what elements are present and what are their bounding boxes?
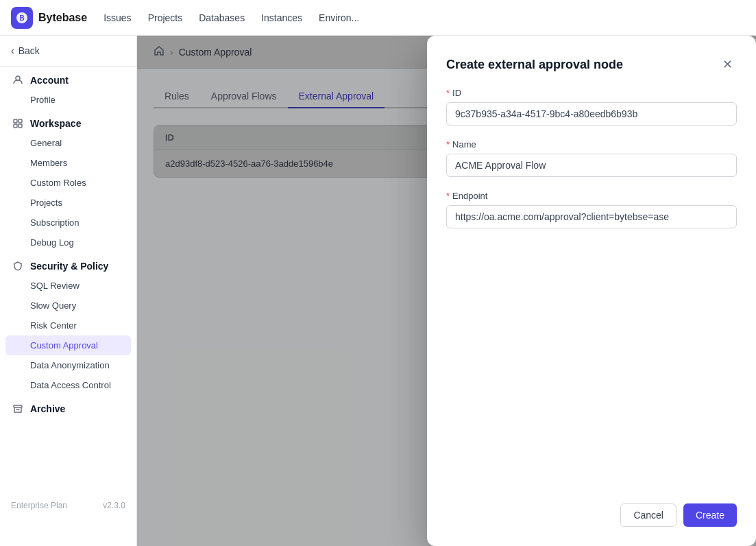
svg-rect-5 [14,124,17,128]
svg-rect-4 [19,119,22,123]
account-icon [11,73,25,87]
account-section[interactable]: Account [0,67,136,90]
id-field-input[interactable] [446,102,737,126]
back-chevron-icon: ‹ [11,45,14,56]
dialog-header: Create external approval node ✕ [446,55,737,74]
id-required-mark: * [446,88,450,98]
sidebar-item-risk-center[interactable]: Risk Center [0,316,136,335]
create-button[interactable]: Create [683,503,737,527]
sidebar-item-projects[interactable]: Projects [0,193,136,213]
modal-overlay: Create external approval node ✕ *ID *Nam… [137,36,756,546]
logo-icon: B [11,7,33,29]
topnav: B Bytebase Issues Projects Databases Ins… [0,0,756,36]
dialog-close-button[interactable]: ✕ [718,55,737,74]
endpoint-field-label: *Endpoint [446,191,737,201]
nav-instances[interactable]: Instances [261,10,302,26]
sidebar-item-general[interactable]: General [0,133,136,153]
id-field-group: *ID [446,88,737,126]
archive-section[interactable]: Archive [0,395,136,418]
name-required-mark: * [446,139,450,150]
archive-label: Archive [30,403,65,414]
endpoint-required-mark: * [446,191,450,201]
shield-icon [11,259,25,273]
back-label: Back [19,45,40,56]
sidebar-item-custom-approval[interactable]: Custom Approval [5,335,131,355]
svg-point-2 [16,76,20,80]
security-label: Security & Policy [30,261,108,272]
endpoint-field-group: *Endpoint [446,191,737,228]
sidebar-item-members[interactable]: Members [0,153,136,173]
svg-rect-7 [14,405,22,407]
sidebar-item-sql-review[interactable]: SQL Review [0,276,136,296]
sidebar-item-data-anonymization[interactable]: Data Anonymization [0,355,136,375]
id-field-label: *ID [446,88,737,98]
sidebar-item-profile[interactable]: Profile [0,90,136,110]
sidebar-item-debug-log[interactable]: Debug Log [0,233,136,252]
cancel-button[interactable]: Cancel [620,503,676,527]
name-field-input[interactable] [446,154,737,177]
name-field-group: *Name [446,139,737,177]
name-field-label: *Name [446,139,737,150]
version-label: v2.3.0 [103,501,125,510]
sidebar-item-slow-query[interactable]: Slow Query [0,296,136,316]
security-section[interactable]: Security & Policy [0,252,136,276]
logo[interactable]: B Bytebase [11,7,87,29]
plan-label: Enterprise Plan [11,501,67,510]
nav-databases[interactable]: Databases [199,10,245,26]
nav-environments[interactable]: Environ... [319,10,359,26]
workspace-icon [11,117,25,130]
dialog-title: Create external approval node [446,58,623,72]
sidebar-item-data-access-control[interactable]: Data Access Control [0,375,136,395]
back-button[interactable]: ‹ Back [0,36,136,67]
main-layout: ‹ Back Account Profile Workspace General… [0,36,756,546]
account-label: Account [30,75,69,86]
sidebar-item-custom-roles[interactable]: Custom Roles [0,173,136,193]
workspace-section[interactable]: Workspace [0,110,136,133]
create-external-approval-dialog: Create external approval node ✕ *ID *Nam… [427,36,756,546]
sidebar-footer: Enterprise Plan v2.3.0 [0,492,136,519]
logo-text: Bytebase [38,12,87,24]
sidebar-item-subscription[interactable]: Subscription [0,213,136,233]
svg-rect-6 [19,124,22,128]
svg-text:B: B [19,14,24,22]
endpoint-field-input[interactable] [446,205,737,228]
dialog-footer: Cancel Create [446,503,737,527]
workspace-label: Workspace [30,118,81,129]
sidebar: ‹ Back Account Profile Workspace General… [0,36,137,546]
nav-issues[interactable]: Issues [103,10,131,26]
content-area: › Custom Approval Rules Approval Flows E… [137,36,756,546]
svg-rect-3 [14,119,17,123]
nav-projects[interactable]: Projects [148,10,183,26]
archive-icon [11,402,25,416]
